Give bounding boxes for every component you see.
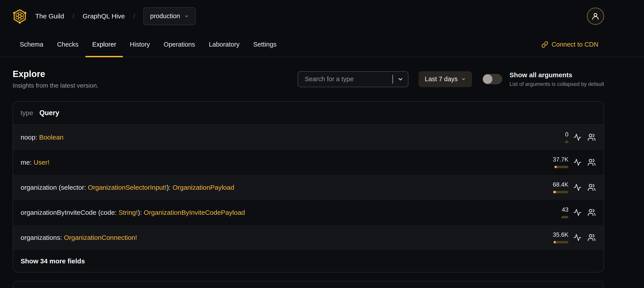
- connect-cdn-label: Connect to CDN: [552, 41, 598, 48]
- field-row[interactable]: organizations: OrganizationConnection! 3…: [13, 225, 604, 250]
- users-icon[interactable]: [587, 133, 596, 142]
- users-icon[interactable]: [587, 183, 596, 192]
- field-usage: 35.6K: [540, 232, 568, 244]
- nav-tabs: Schema Checks Explorer History Operation…: [13, 32, 284, 57]
- fields-list: noop: Boolean 0 me: User! 37.7K: [13, 125, 604, 250]
- nav-tab[interactable]: Checks: [50, 32, 85, 57]
- activity-icon[interactable]: [573, 233, 582, 242]
- target-selector-value: production: [150, 13, 180, 20]
- hive-logo-icon[interactable]: [13, 9, 27, 24]
- breadcrumb-separator: /: [134, 13, 135, 20]
- field-text: noop:: [20, 134, 39, 141]
- connect-cdn-link[interactable]: Connect to CDN: [542, 41, 598, 48]
- field-usage: 68.4K: [540, 181, 568, 193]
- usage-count: 0: [565, 131, 568, 138]
- field-row[interactable]: organization (selector: OrganizationSele…: [13, 175, 604, 200]
- nav-tab[interactable]: Laboratory: [202, 32, 246, 57]
- usage-bar: [553, 191, 568, 193]
- users-icon[interactable]: [587, 233, 596, 242]
- chevron-down-icon: [184, 14, 189, 19]
- activity-icon[interactable]: [573, 183, 582, 192]
- breadcrumb-org[interactable]: The Guild: [35, 13, 64, 20]
- field-row[interactable]: me: User! 37.7K: [13, 150, 604, 175]
- breadcrumb-separator: /: [72, 13, 74, 20]
- user-avatar-button[interactable]: [587, 8, 604, 25]
- usage-count: 43: [562, 207, 568, 213]
- field-text: ):: [167, 184, 173, 191]
- field-usage: 37.7K: [540, 156, 568, 168]
- field-text: ):: [138, 209, 144, 216]
- type-card-header: type Query: [13, 102, 604, 125]
- period-selector-value: Last 7 days: [425, 75, 458, 83]
- usage-bar-fill: [554, 241, 556, 243]
- nav-tab[interactable]: Settings: [246, 32, 284, 57]
- field-signature: organizationByInviteCode (code: String!)…: [20, 209, 245, 216]
- nav-tab[interactable]: History: [123, 32, 157, 57]
- usage-count: 35.6K: [553, 232, 568, 238]
- search-dropdown-control[interactable]: [392, 71, 408, 87]
- field-row[interactable]: organizationByInviteCode (code: String!)…: [13, 200, 604, 225]
- nav-tab[interactable]: Schema: [13, 32, 50, 57]
- field-type-link[interactable]: OrganizationSelectorInput!: [88, 184, 167, 191]
- page-heading: Explore Insights from the latest version…: [13, 69, 98, 89]
- activity-icon[interactable]: [573, 133, 582, 142]
- type-search-combo: [298, 71, 408, 87]
- active-tab-underline: [85, 56, 123, 57]
- target-selector[interactable]: production: [144, 7, 196, 25]
- field-usage-cluster: 0: [540, 131, 596, 143]
- field-type-link[interactable]: OrganizationConnection!: [64, 234, 137, 241]
- usage-bar: [554, 166, 568, 168]
- nav-tab[interactable]: Explorer: [85, 32, 123, 57]
- field-signature: organizations: OrganizationConnection!: [20, 234, 137, 241]
- toggle-labels: Show all arguments List of arguments is …: [510, 71, 604, 87]
- main-content: Explore Insights from the latest version…: [13, 69, 604, 288]
- field-usage-cluster: 35.6K: [540, 232, 596, 244]
- period-selector[interactable]: Last 7 days: [418, 71, 472, 87]
- field-type-link[interactable]: Boolean: [39, 134, 64, 141]
- toggle-knob: [483, 74, 492, 84]
- nav-tab-label: Laboratory: [209, 41, 240, 48]
- nav-tab-label: Settings: [253, 41, 276, 48]
- type-name: Query: [40, 109, 60, 117]
- usage-count: 68.4K: [553, 181, 568, 188]
- divider: [392, 75, 393, 84]
- field-type-link[interactable]: OrganizationByInviteCodePayload: [144, 209, 245, 216]
- users-icon[interactable]: [587, 208, 596, 217]
- nav-tab-label: Operations: [164, 41, 195, 48]
- field-usage: 0: [540, 131, 568, 143]
- show-arguments-toggle[interactable]: [482, 74, 502, 84]
- next-type-card-partial: [13, 281, 604, 288]
- usage-bar-fill: [554, 166, 557, 168]
- nav-tab-label: History: [130, 41, 150, 48]
- toolbar: Last 7 days Show all arguments List of a…: [298, 71, 604, 87]
- search-input[interactable]: [298, 71, 408, 87]
- field-row[interactable]: noop: Boolean 0: [13, 125, 604, 150]
- field-type-link[interactable]: User!: [34, 159, 50, 166]
- users-icon[interactable]: [587, 158, 596, 167]
- toggle-sublabel: List of arguments is collapsed by defaul…: [510, 81, 604, 87]
- page-title: Explore: [13, 69, 98, 79]
- usage-bar: [561, 216, 568, 218]
- activity-icon[interactable]: [573, 158, 582, 167]
- usage-count: 37.7K: [553, 156, 568, 163]
- section-header: Explore Insights from the latest version…: [13, 69, 604, 89]
- activity-icon[interactable]: [573, 208, 582, 217]
- nav-tab-label: Checks: [57, 41, 78, 48]
- field-signature: organization (selector: OrganizationSele…: [20, 184, 234, 191]
- breadcrumb-project[interactable]: GraphQL Hive: [83, 13, 125, 20]
- nav-tab[interactable]: Operations: [157, 32, 202, 57]
- field-text: organization (selector:: [20, 184, 88, 191]
- field-type-link[interactable]: OrganizationPayload: [172, 184, 234, 191]
- field-signature: noop: Boolean: [20, 134, 64, 141]
- field-usage-cluster: 43: [540, 207, 596, 218]
- nav-tab-label: Explorer: [92, 41, 116, 48]
- usage-bar: [565, 141, 568, 143]
- field-signature: me: User!: [20, 159, 50, 166]
- field-text: me:: [20, 159, 34, 166]
- field-type-link[interactable]: String!: [118, 209, 138, 216]
- usage-bar: [554, 241, 568, 243]
- field-usage-cluster: 37.7K: [540, 156, 596, 168]
- breadcrumb: The Guild / GraphQL Hive / production: [13, 7, 196, 25]
- chevron-down-icon: [461, 77, 466, 81]
- show-more-fields-button[interactable]: Show 34 more fields: [13, 250, 604, 272]
